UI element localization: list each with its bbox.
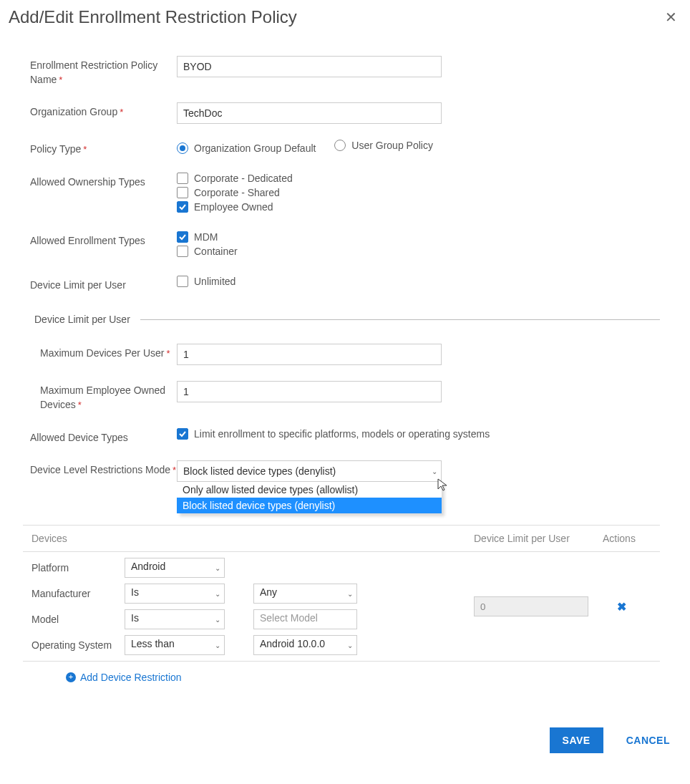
row-policy-name: Enrollment Restriction Policy Name [30,56,660,87]
checkbox-icon [177,173,188,184]
input-org-group[interactable] [177,102,442,124]
label-max-emp-owned: Maximum Employee Owned Devices [40,381,177,412]
device-restriction-row: Platform Android ⌄ Manufacturer Is ⌄ Any… [23,552,660,662]
radio-icon [334,140,346,151]
row-max-emp-owned: Maximum Employee Owned Devices [40,381,660,412]
input-max-emp-owned[interactable] [177,381,442,402]
checkbox-limit-enrollment[interactable]: Limit enrollment to specific platforms, … [177,428,660,440]
checkbox-label: Corporate - Shared [194,187,280,198]
label-platform: Platform [31,562,125,574]
input-model-value[interactable]: Select Model [253,609,357,629]
checkbox-label: MDM [194,231,218,243]
checkbox-unlimited[interactable]: Unlimited [177,276,660,287]
input-max-devices[interactable] [177,344,442,365]
close-icon[interactable]: ✕ [661,7,681,27]
section-device-limit: Device Limit per User [30,314,660,325]
radio-icon [177,142,188,154]
select-value: Android [131,561,165,572]
row-max-devices: Maximum Devices Per User [40,344,660,365]
add-link-label: Add Device Restriction [80,672,182,683]
add-device-restriction-link[interactable]: + Add Device Restriction [66,672,182,683]
checkbox-corporate-dedicated[interactable]: Corporate - Dedicated [177,173,660,184]
select-value: Android 10.0.0 [260,638,325,649]
checkbox-icon [177,276,188,287]
checkbox-container[interactable]: Container [177,246,660,257]
row-enrollment-types: Allowed Enrollment Types MDM Container [30,231,660,260]
label-ownership: Allowed Ownership Types [30,173,177,190]
checkbox-mdm[interactable]: MDM [177,231,660,243]
modal-title: Add/Edit Enrollment Restriction Policy [9,7,297,27]
checkbox-icon [177,187,188,198]
add-device-restriction-row: + Add Device Restriction [30,662,660,692]
label-model: Model [31,614,125,625]
radio-label: User Group Policy [351,140,433,151]
checkbox-label: Container [194,246,238,257]
plus-icon: + [66,672,76,682]
dropdown-option-allowlist[interactable]: Only allow listed device types (allowlis… [177,482,442,498]
radio-org-group-default[interactable]: Organization Group Default [177,142,316,154]
checkbox-corporate-shared[interactable]: Corporate - Shared [177,187,660,198]
select-manufacturer-op[interactable]: Is [125,584,225,604]
label-policy-name: Enrollment Restriction Policy Name [30,56,177,87]
modal-footer: SAVE CANCEL [9,692,681,760]
checkbox-icon [177,231,188,243]
select-os-op[interactable]: Less than [125,635,225,655]
enrollment-restriction-modal: Add/Edit Enrollment Restriction Policy ✕… [0,0,690,775]
label-manufacturer: Manufacturer [31,588,125,599]
select-value: Is [131,586,139,598]
select-value: Is [131,612,139,624]
label-policy-type: Policy Type [30,140,177,157]
label-os: Operating System [31,639,125,651]
row-device-limit-toggle: Device Limit per User Unlimited [30,276,660,293]
save-button[interactable]: SAVE [550,727,603,753]
input-device-limit [474,596,588,616]
row-policy-type: Policy Type Organization Group Default U… [30,140,660,157]
checkbox-icon [177,246,188,257]
header-device-limit: Device Limit per User [474,533,603,544]
select-value: Less than [131,638,175,649]
dropdown-restrictions-mode: Only allow listed device types (allowlis… [177,482,442,513]
radio-user-group-policy[interactable]: User Group Policy [334,140,433,151]
header-devices: Devices [23,533,474,544]
checkbox-label: Employee Owned [194,201,273,213]
placeholder-text: Select Model [260,612,318,624]
select-restrictions-mode[interactable]: Block listed device types (denylist) ⌄ O… [177,460,442,482]
radio-label: Organization Group Default [194,142,316,154]
label-org-group: Organization Group [30,102,177,120]
select-value: Block listed device types (denylist) [183,465,336,477]
section-title: Device Limit per User [30,314,140,325]
label-enrollment: Allowed Enrollment Types [30,231,177,248]
row-allowed-device-types: Allowed Device Types Limit enrollment to… [30,428,660,445]
checkbox-employee-owned[interactable]: Employee Owned [177,201,660,213]
checkbox-icon [177,428,188,440]
checkbox-label: Unlimited [194,276,235,287]
devices-table-header: Devices Device Limit per User Actions [23,525,660,552]
checkbox-label: Corporate - Dedicated [194,173,293,184]
input-policy-name[interactable] [177,56,442,77]
checkbox-icon [177,201,188,213]
select-os-value[interactable]: Android 10.0.0 [253,635,357,655]
checkbox-label: Limit enrollment to specific platforms, … [194,428,490,440]
header-actions: Actions [603,533,660,544]
select-display[interactable]: Block listed device types (denylist) [177,460,442,482]
form-body: Enrollment Restriction Policy Name Organ… [9,34,681,482]
row-restrictions-mode: Device Level Restrictions Mode Block lis… [30,460,660,482]
label-max-devices: Maximum Devices Per User [40,344,177,361]
remove-restriction-icon[interactable]: ✖ [617,600,626,614]
label-device-limit: Device Limit per User [30,276,177,293]
cancel-button[interactable]: CANCEL [623,727,673,753]
divider-line [140,319,660,320]
row-ownership-types: Allowed Ownership Types Corporate - Dedi… [30,173,660,216]
modal-header: Add/Edit Enrollment Restriction Policy ✕ [9,7,681,34]
dropdown-option-denylist[interactable]: Block listed device types (denylist) [177,498,442,513]
select-platform[interactable]: Android [125,558,225,578]
label-allowed-device-types: Allowed Device Types [30,428,177,445]
label-restrictions-mode: Device Level Restrictions Mode [30,460,177,478]
select-value: Any [260,586,277,598]
select-model-op[interactable]: Is [125,609,225,629]
select-manufacturer-value[interactable]: Any [253,584,357,604]
row-org-group: Organization Group [30,102,660,124]
